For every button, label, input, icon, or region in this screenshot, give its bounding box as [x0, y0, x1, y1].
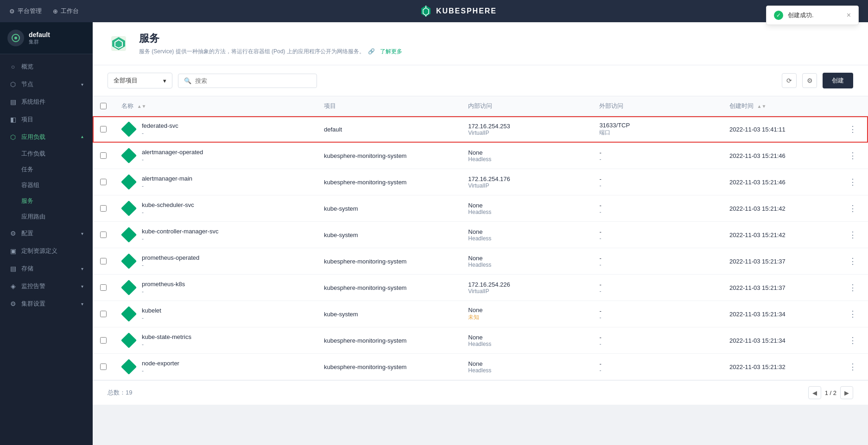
sidebar-item-app-routes[interactable]: 应用路由 [0, 209, 93, 225]
sidebar-item-overview[interactable]: ○ 概览 [0, 58, 93, 75]
search-input[interactable] [195, 77, 311, 84]
row-checkbox[interactable] [100, 311, 107, 317]
col-created-label: 创建时间 [729, 102, 754, 109]
row-name-cell: kube-scheduler-svc - [114, 195, 317, 222]
row-project: kubesphere-monitoring-system [324, 179, 406, 186]
platform-management-link[interactable]: ⚙ 平台管理 [9, 7, 42, 15]
next-page-button[interactable]: ▶ [840, 386, 853, 399]
sidebar-item-cluster-settings[interactable]: ⚙ 集群设置 ▾ [0, 295, 93, 313]
sidebar-item-components[interactable]: ▤ 系统组件 [0, 93, 93, 111]
internal-type: Headless [468, 367, 584, 374]
row-more-button[interactable]: ⋮ [845, 228, 861, 241]
row-name-cell: prometheus-operated - [114, 248, 317, 275]
row-more-button[interactable]: ⋮ [845, 334, 861, 347]
service-name[interactable]: prometheus-operated [142, 254, 199, 261]
row-checkbox[interactable] [100, 205, 107, 212]
service-diamond-icon [121, 175, 136, 189]
sidebar-item-container-groups[interactable]: 容器组 [0, 177, 93, 193]
row-name-cell: prometheus-k8s - [114, 275, 317, 301]
service-name[interactable]: alertmanager-operated [142, 149, 203, 156]
row-checkbox[interactable] [100, 364, 107, 370]
external-type: - [599, 367, 715, 374]
row-checkbox[interactable] [100, 126, 107, 132]
row-project-cell: kubesphere-monitoring-system [317, 354, 461, 380]
cluster-settings-icon: ⚙ [9, 300, 17, 307]
service-name[interactable]: kube-state-metrics [142, 333, 191, 340]
service-diamond-icon [121, 148, 136, 163]
column-settings-button[interactable]: ⚙ [802, 73, 817, 88]
row-project: kubesphere-monitoring-system [324, 258, 406, 265]
external-type: 端口 [599, 129, 715, 137]
sidebar-item-crds[interactable]: ▣ 定制资源定义 [0, 242, 93, 260]
sidebar-label-jobs: 任务 [21, 165, 33, 174]
service-name[interactable]: alertmanager-main [142, 175, 192, 182]
sidebar-item-config[interactable]: ⚙ 配置 ▾ [0, 225, 93, 242]
external-type: - [599, 314, 715, 321]
row-more-button[interactable]: ⋮ [845, 360, 861, 373]
row-name-cell: federated-svc - [114, 116, 317, 143]
workbench-link[interactable]: ⊕ 工作台 [53, 7, 79, 15]
sidebar-item-projects[interactable]: ◧ 项目 [0, 111, 93, 128]
workloads-icon: ⬡ [9, 133, 17, 141]
service-name[interactable]: kube-controller-manager-svc [142, 228, 218, 235]
svg-point-5 [14, 37, 17, 39]
service-name[interactable]: kube-scheduler-svc [142, 201, 194, 208]
row-more-button[interactable]: ⋮ [845, 202, 861, 215]
sidebar-brand: default 集群 [0, 22, 93, 54]
row-project-cell: kube-system [317, 301, 461, 327]
sidebar-label-nodes: 节点 [21, 80, 33, 88]
row-more-button[interactable]: ⋮ [845, 149, 861, 162]
row-more-button[interactable]: ⋮ [845, 255, 861, 268]
sidebar-item-workloads[interactable]: ⬡ 应用负载 ▾ [0, 128, 93, 146]
internal-ip: None [468, 202, 584, 209]
row-checkbox[interactable] [100, 258, 107, 264]
row-checkbox[interactable] [100, 152, 107, 159]
row-checkbox-cell [93, 222, 114, 248]
service-name-info: kube-state-metrics - [142, 333, 191, 348]
service-name[interactable]: node-exporter [142, 360, 179, 367]
service-name[interactable]: federated-svc [142, 122, 178, 129]
row-created: 2022-11-03 15:21:42 [729, 205, 786, 212]
name-sort-icon[interactable]: ▲▼ [137, 104, 146, 109]
sidebar-item-jobs[interactable]: 任务 [0, 162, 93, 177]
table-row: kubelet - kube-system None 未知 - - 2022-1… [93, 301, 868, 327]
row-checkbox[interactable] [100, 232, 107, 238]
service-name[interactable]: kubelet [142, 307, 161, 314]
internal-type: Headless [468, 156, 584, 163]
select-all-checkbox[interactable] [100, 103, 107, 109]
row-project-cell: kubesphere-monitoring-system [317, 275, 461, 301]
workloads-arrow: ▾ [81, 135, 83, 140]
service-name[interactable]: prometheus-k8s [142, 281, 185, 288]
row-checkbox[interactable] [100, 179, 107, 185]
row-checkbox-cell [93, 169, 114, 195]
row-more-button[interactable]: ⋮ [845, 281, 861, 294]
external-ip: - [599, 360, 715, 367]
row-checkbox[interactable] [100, 284, 107, 291]
components-icon: ▤ [9, 98, 17, 106]
learn-more-link[interactable]: 了解更多 [380, 48, 402, 55]
row-more-button[interactable]: ⋮ [845, 123, 861, 136]
project-select[interactable]: 全部项目 ▾ [108, 73, 172, 88]
row-more-button[interactable]: ⋮ [845, 307, 861, 320]
row-created: 2022-11-03 15:21:34 [729, 337, 786, 344]
sidebar-item-storage[interactable]: ▤ 存储 ▾ [0, 260, 93, 277]
prev-page-button[interactable]: ◀ [808, 386, 821, 399]
service-diamond-icon [121, 122, 136, 137]
brand-name: default [29, 31, 50, 38]
refresh-button[interactable]: ⟳ [782, 73, 797, 88]
external-ip: - [599, 334, 715, 341]
create-button[interactable]: 创建 [823, 73, 853, 88]
sidebar-item-monitoring[interactable]: ◈ 监控告警 ▾ [0, 277, 93, 295]
sidebar-item-services[interactable]: 服务 [0, 193, 93, 209]
row-more-button[interactable]: ⋮ [845, 175, 861, 188]
toast-close-button[interactable]: × [847, 12, 851, 19]
service-sub: - [142, 368, 179, 374]
created-sort-icon[interactable]: ▲▼ [757, 104, 767, 109]
sidebar-item-workload-jobs[interactable]: 工作负载 [0, 146, 93, 162]
row-name-cell: kubelet - [114, 301, 317, 327]
sidebar-item-nodes[interactable]: ⬡ 节点 ▾ [0, 75, 93, 93]
toolbar-right: ⟳ ⚙ 创建 [782, 73, 853, 88]
topbar: ⚙ 平台管理 ⊕ 工作台 KUBESPHERE admin ▾ [0, 0, 868, 22]
project-select-label: 全部项目 [114, 76, 138, 85]
row-checkbox[interactable] [100, 337, 107, 344]
